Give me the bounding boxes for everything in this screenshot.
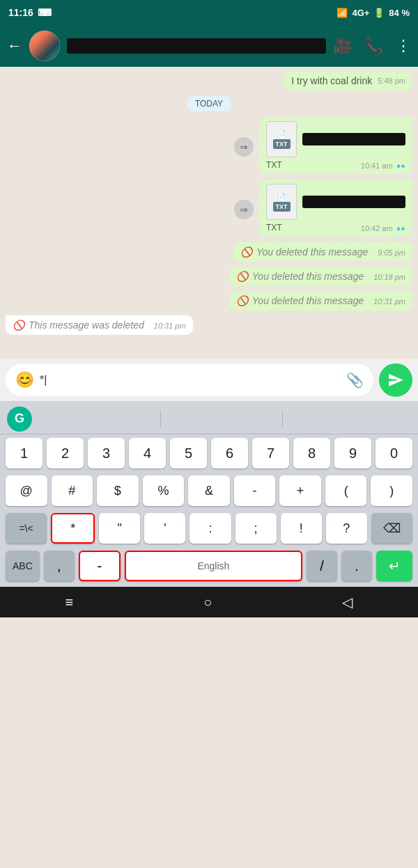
chat-top-bar: ← 🎥 📞 ⋮ bbox=[0, 25, 418, 67]
kbd-divider-1 bbox=[160, 411, 161, 427]
deleted-text-in: This message was deleted bbox=[29, 319, 144, 331]
file-icon-2: 📄 TXT bbox=[266, 184, 297, 220]
deleted-icon-1: 🚫 bbox=[240, 246, 252, 258]
keyboard: G 1 2 3 4 5 6 7 8 9 0 @ # $ % & - + ( ) … bbox=[0, 401, 418, 587]
key-minus[interactable]: - bbox=[234, 475, 276, 506]
deleted-time-1: 9:05 pm bbox=[378, 248, 405, 257]
key-hyphen-highlighted[interactable]: - bbox=[79, 551, 121, 581]
nav-back-button[interactable]: ◁ bbox=[342, 594, 353, 610]
deleted-bubble-in: 🚫 This message was deleted 10:31 pm bbox=[6, 315, 193, 335]
key-dollar[interactable]: $ bbox=[97, 475, 139, 506]
key-period[interactable]: . bbox=[341, 551, 372, 581]
file-name-redacted-2 bbox=[302, 196, 405, 208]
forward-icon-1: ⇒ bbox=[234, 137, 254, 157]
battery-icon: 🔋 bbox=[373, 8, 385, 18]
deleted-time-3: 10:31 pm bbox=[373, 297, 405, 306]
deleted-icon-2: 🚫 bbox=[236, 271, 248, 282]
key-ampersand[interactable]: & bbox=[188, 475, 230, 506]
video-call-button[interactable]: 🎥 bbox=[333, 37, 352, 55]
key-semicolon[interactable]: ; bbox=[235, 513, 277, 544]
nav-bar: ≡ ○ ◁ bbox=[0, 587, 418, 617]
grammarly-button[interactable]: G bbox=[7, 407, 32, 432]
prev-message-time: 5:48 pm bbox=[378, 77, 405, 85]
key-comma[interactable]: , bbox=[44, 551, 75, 581]
deleted-msg-2: 🚫 You deleted this message 10:18 pm bbox=[6, 267, 412, 289]
keyboard-toolbar: G bbox=[0, 404, 418, 434]
nav-menu-button[interactable]: ≡ bbox=[65, 594, 74, 610]
key-lparen[interactable]: ( bbox=[325, 475, 367, 506]
status-time: 11:16 bbox=[8, 7, 33, 18]
deleted-time-2: 10:18 pm bbox=[373, 273, 405, 281]
message-input[interactable]: *| bbox=[40, 374, 341, 386]
contact-name[interactable] bbox=[67, 38, 326, 54]
file-icon-1: 📄 TXT bbox=[266, 121, 297, 157]
nav-home-button[interactable]: ○ bbox=[203, 594, 212, 610]
send-button[interactable] bbox=[379, 363, 412, 397]
keyboard-icon: ⌨ bbox=[38, 7, 52, 18]
deleted-text-2: You deleted this message bbox=[252, 271, 364, 282]
prev-message-bubble: I try with coal drink 5:48 pm bbox=[284, 71, 412, 90]
deleted-bubble-2: 🚫 You deleted this message 10:18 pm bbox=[229, 267, 412, 286]
key-1[interactable]: 1 bbox=[6, 438, 42, 468]
date-badge: TODAY bbox=[6, 96, 412, 111]
key-squote[interactable]: ' bbox=[144, 513, 185, 544]
key-8[interactable]: 8 bbox=[293, 438, 330, 468]
key-colon[interactable]: : bbox=[189, 513, 231, 544]
key-3[interactable]: 3 bbox=[88, 438, 125, 468]
battery-level: 84 % bbox=[389, 8, 410, 18]
file-time-2: 10:42 am ●● bbox=[361, 224, 405, 232]
key-dquote[interactable]: " bbox=[99, 513, 140, 544]
forward-icon-2: ⇒ bbox=[234, 200, 254, 219]
key-question[interactable]: ? bbox=[326, 513, 367, 544]
file-message-2: ⇒ 📄 TXT TXT 10:42 am ●● bbox=[6, 180, 412, 239]
key-rparen[interactable]: ) bbox=[371, 475, 412, 506]
file-bubble-1: 📄 TXT TXT 10:41 am ●● bbox=[259, 117, 412, 174]
key-hash[interactable]: # bbox=[52, 475, 93, 506]
bottom-row: ABC , - English / . ↵ bbox=[0, 547, 418, 587]
back-button[interactable]: ← bbox=[7, 37, 22, 55]
symbols-row-2: =\< * " ' : ; ! ? ⌫ bbox=[0, 510, 418, 547]
deleted-bubble-1: 🚫 You deleted this message 9:05 pm bbox=[233, 242, 412, 262]
key-2[interactable]: 2 bbox=[47, 438, 84, 468]
key-space[interactable]: English bbox=[125, 551, 302, 581]
top-actions: 🎥 📞 ⋮ bbox=[333, 37, 411, 55]
key-percent[interactable]: % bbox=[143, 475, 185, 506]
attach-button[interactable]: 📎 bbox=[346, 372, 364, 388]
key-6[interactable]: 6 bbox=[211, 438, 248, 468]
deleted-time-in: 10:31 pm bbox=[154, 322, 186, 330]
emoji-button[interactable]: 😊 bbox=[15, 371, 34, 389]
key-exclaim[interactable]: ! bbox=[281, 513, 322, 544]
key-asterisk[interactable]: * bbox=[51, 513, 95, 544]
key-4[interactable]: 4 bbox=[129, 438, 166, 468]
key-enter[interactable]: ↵ bbox=[376, 551, 412, 581]
file-name-redacted-1 bbox=[302, 133, 405, 145]
more-options-button[interactable]: ⋮ bbox=[396, 37, 411, 55]
key-9[interactable]: 9 bbox=[334, 438, 371, 468]
prev-message-text: I try with coal drink bbox=[291, 75, 372, 86]
key-7[interactable]: 7 bbox=[252, 438, 289, 468]
key-abc[interactable]: ABC bbox=[6, 551, 40, 581]
file-type-label-1: TXT bbox=[266, 160, 282, 170]
status-bar: 11:16 ⌨ 📶 4G+ 🔋 84 % bbox=[0, 0, 418, 25]
key-0[interactable]: 0 bbox=[376, 438, 412, 468]
deleted-icon-in: 🚫 bbox=[13, 319, 24, 331]
key-plus[interactable]: + bbox=[279, 475, 321, 506]
key-at[interactable]: @ bbox=[6, 475, 47, 506]
key-backspace[interactable]: ⌫ bbox=[371, 513, 412, 544]
key-equals-backslash[interactable]: =\< bbox=[6, 513, 47, 544]
avatar[interactable] bbox=[29, 31, 60, 61]
key-5[interactable]: 5 bbox=[170, 438, 207, 468]
file-bubble-2: 📄 TXT TXT 10:42 am ●● bbox=[259, 180, 412, 237]
deleted-icon-3: 🚫 bbox=[236, 295, 248, 306]
deleted-msg-3: 🚫 You deleted this message 10:31 pm bbox=[6, 291, 412, 313]
kbd-divider-2 bbox=[282, 411, 283, 427]
message-input-box: 😊 *| 📎 bbox=[6, 364, 373, 396]
signal-icon: 📶 bbox=[336, 8, 348, 18]
key-slash[interactable]: / bbox=[307, 551, 337, 581]
deleted-bubble-3: 🚫 You deleted this message 10:31 pm bbox=[229, 291, 412, 310]
signal-type: 4G+ bbox=[352, 8, 369, 18]
input-area: 😊 *| 📎 bbox=[0, 359, 418, 401]
voice-call-button[interactable]: 📞 bbox=[364, 37, 383, 55]
chat-area: I try with coal drink 5:48 pm TODAY ⇒ 📄 … bbox=[0, 67, 418, 359]
deleted-msg-1: 🚫 You deleted this message 9:05 pm bbox=[6, 242, 412, 265]
